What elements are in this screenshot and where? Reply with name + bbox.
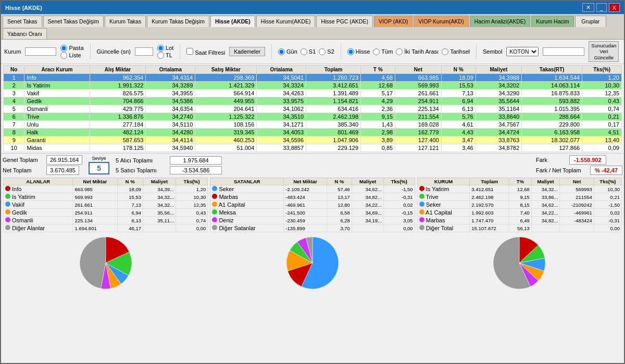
dot-cell: Vakif bbox=[4, 201, 73, 209]
tab-gruplar[interactable]: Gruplar bbox=[575, 16, 606, 27]
iki-tarih-radio[interactable] bbox=[396, 48, 403, 55]
s2-radio-label[interactable]: S2 bbox=[319, 48, 334, 55]
table-row[interactable]: 10Midas178.12534,594051.00433,8857229.12… bbox=[4, 144, 622, 152]
cell bbox=[143, 224, 176, 232]
cell: 6,94 bbox=[117, 209, 143, 217]
liste-radio[interactable] bbox=[60, 52, 67, 59]
cell: 33,8763 bbox=[476, 136, 521, 144]
cell: 385.340 bbox=[306, 121, 361, 129]
col-header: KURUM bbox=[417, 178, 470, 185]
cell: 9 bbox=[4, 136, 24, 144]
kurum-input[interactable] bbox=[25, 47, 56, 56]
tab-hisse-pgc-akde[interactable]: Hisse PGC (AKDE) bbox=[316, 16, 372, 27]
tarihsel-radio-label[interactable]: Tarihsel bbox=[442, 48, 470, 55]
chart1-container bbox=[3, 234, 208, 293]
tab-hacim-analizi[interactable]: Hacim Analizi(AKDE) bbox=[470, 16, 531, 27]
table-row[interactable]: 7Unlu277.18434,5110108.15634,1271385.340… bbox=[4, 121, 622, 129]
kademeler-btn[interactable]: Kademeler bbox=[229, 47, 265, 56]
close-button[interactable]: X bbox=[609, 3, 620, 12]
cell: 0,09 bbox=[582, 144, 622, 152]
table-row[interactable]: 9Garanti587.65334,4114460.25334,55961.04… bbox=[4, 136, 622, 144]
pasta-radio-label[interactable]: Pasta bbox=[60, 45, 83, 52]
cell: 15,53 bbox=[117, 193, 143, 201]
table-row[interactable]: 1Info962.35434,4314298.36934,50411.260.7… bbox=[4, 74, 622, 82]
s2-radio[interactable] bbox=[319, 48, 326, 55]
sembol-select[interactable]: KOTON bbox=[506, 47, 539, 56]
col-header-ortalama: Ortalama bbox=[257, 66, 306, 74]
col-header-net: Net bbox=[395, 66, 441, 74]
col-header-arackurum: Aracı Kurum bbox=[24, 66, 90, 74]
color-dot bbox=[419, 209, 424, 215]
cell: 261.661 bbox=[395, 90, 441, 97]
tl-radio[interactable] bbox=[157, 52, 164, 59]
table-row[interactable]: 2Is Yatirim1.991.32234,32891.421.32934,3… bbox=[4, 82, 622, 90]
saat-filtresi-checkbox[interactable] bbox=[186, 48, 193, 55]
pasta-radio[interactable] bbox=[60, 45, 67, 52]
cell: 34,39... bbox=[143, 185, 176, 193]
saat-filtresi-label[interactable]: Saat Filtresi bbox=[186, 48, 225, 56]
col-header: Tks(%) bbox=[176, 178, 207, 185]
tab-viop-kurum-akd[interactable]: VIOP Kurum(AKD) bbox=[414, 16, 468, 27]
hisse-radio[interactable] bbox=[347, 48, 354, 55]
table-row[interactable]: 8Halk482.12434,4280319.34534,4053801.469… bbox=[4, 129, 622, 136]
hisse-radio-label[interactable]: Hisse bbox=[347, 48, 370, 55]
tl-radio-label[interactable]: TL bbox=[157, 52, 173, 59]
cell: 0,21 bbox=[594, 193, 621, 201]
cell: 6,13 bbox=[117, 217, 143, 224]
table-row[interactable]: 5Osmanli429.77534,6354204.64134,1062634.… bbox=[4, 105, 622, 113]
list-item: Diğer Total15.107.67256,130,00 bbox=[417, 224, 621, 232]
list-item: Marbas-483.42413,1734,82...-0,31 bbox=[210, 193, 415, 201]
tarihsel-radio[interactable] bbox=[442, 48, 448, 55]
cell: 4 bbox=[4, 97, 24, 105]
cell: 204.641 bbox=[195, 105, 257, 113]
tab-senet-takas[interactable]: Senet Takas bbox=[3, 16, 42, 27]
row-label: Diğer Total bbox=[424, 225, 453, 231]
cell: Is Yatirim bbox=[24, 82, 90, 90]
tab-kurum-takas[interactable]: Kurum Takas bbox=[105, 16, 146, 27]
list-item: Is Yatirim3.412.65112,6834,32...56999310… bbox=[417, 185, 621, 193]
tab-hisse-kurum-akde[interactable]: Hisse Kurum(AKDE) bbox=[256, 16, 316, 27]
s1-radio[interactable] bbox=[301, 48, 307, 55]
tab-kurum-takas-degisim[interactable]: Kurum Takas Değişim bbox=[147, 16, 209, 27]
tab-viop-akd[interactable]: VIOP (AKD) bbox=[374, 16, 413, 27]
cell: 7 bbox=[4, 121, 24, 129]
satici-label: 5 Satıcı Toplamı bbox=[116, 167, 168, 173]
gun-radio-label[interactable]: Gün bbox=[278, 48, 297, 55]
date-input[interactable]: 13.05.2024 bbox=[543, 47, 584, 56]
x-button[interactable]: ✕ bbox=[582, 3, 594, 12]
gun-radio[interactable] bbox=[278, 48, 285, 55]
col-header-almiktar: Alış Miktar bbox=[90, 66, 146, 74]
s1-radio-label[interactable]: S1 bbox=[301, 48, 316, 55]
liste-radio-label[interactable]: Liste bbox=[60, 52, 83, 59]
cell: 5 bbox=[4, 105, 24, 113]
col-header: Tks(%) bbox=[594, 178, 621, 185]
cell: 5,17 bbox=[361, 90, 395, 97]
color-dot bbox=[212, 217, 217, 222]
table-row[interactable]: 4Gedik704.86634,5386449.95533,95751.154.… bbox=[4, 97, 622, 105]
tum-radio-label[interactable]: Tüm bbox=[373, 48, 393, 55]
lot-radio-label[interactable]: Lot bbox=[157, 45, 173, 52]
table-row[interactable]: 3Vakif826.57534,3955564.91434,42631.391.… bbox=[4, 90, 622, 97]
minimize-button[interactable]: _ bbox=[596, 3, 607, 12]
lot-radio[interactable] bbox=[157, 45, 164, 52]
tab-hisse-akde[interactable]: Hisse (AKDE) bbox=[210, 16, 255, 27]
sunucudan-veri-guncelle-btn[interactable]: SunucudanVeriGüncelle bbox=[589, 41, 619, 62]
tab-senet-takas-degisim[interactable]: Senet Takas Değişim bbox=[43, 16, 104, 27]
dot-cell: Diğer Satanlar bbox=[210, 224, 284, 232]
cell: 2,98 bbox=[361, 129, 395, 136]
iki-tarih-radio-label[interactable]: İki Tarih Arası bbox=[396, 48, 439, 55]
table-row[interactable]: 6Trive1.336.87634,27401.125.32234,35102.… bbox=[4, 113, 622, 121]
cell: 1.015.395 bbox=[522, 105, 582, 113]
tab-yabanci-orani[interactable]: Yabancı Oranı bbox=[3, 28, 47, 39]
cell: 1.747.470 bbox=[470, 217, 509, 224]
cell: 56,13 bbox=[509, 224, 532, 232]
cell: 34,19... bbox=[352, 217, 383, 224]
color-dot bbox=[419, 202, 424, 207]
col-header: SATANLAR bbox=[210, 178, 284, 185]
tab-kurum-hacim[interactable]: Kurum Hacim bbox=[531, 16, 574, 27]
cell: 0,21 bbox=[582, 113, 622, 121]
guncelle-input[interactable]: 10 bbox=[135, 47, 153, 56]
cell: -1,50 bbox=[594, 201, 621, 209]
tum-radio[interactable] bbox=[373, 48, 380, 55]
row-label: Info bbox=[10, 186, 21, 192]
